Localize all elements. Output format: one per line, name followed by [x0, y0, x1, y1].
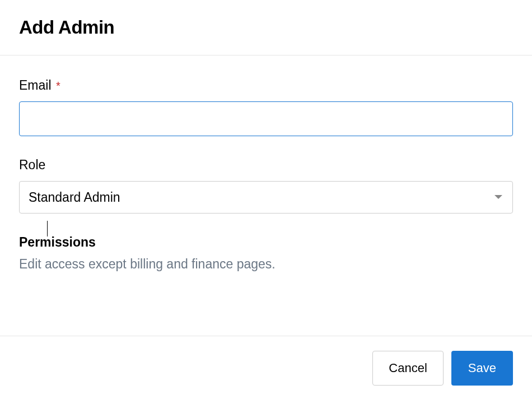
email-group: Email *: [19, 78, 513, 136]
email-field[interactable]: [19, 101, 513, 136]
role-group: Role Standard Admin: [19, 157, 513, 214]
permissions-group: Permissions Edit access except billing a…: [19, 235, 513, 272]
required-asterisk: *: [56, 80, 60, 92]
permissions-description: Edit access except billing and finance p…: [19, 257, 513, 272]
cancel-button[interactable]: Cancel: [372, 351, 443, 386]
email-label-text: Email: [19, 78, 52, 92]
role-selected-value: Standard Admin: [29, 190, 120, 205]
form-body: Email * Role Standard Admin Permissions …: [0, 55, 532, 304]
dialog-footer: Cancel Save: [0, 336, 532, 399]
permissions-heading: Permissions: [19, 235, 513, 250]
role-label: Role: [19, 157, 513, 173]
email-label: Email *: [19, 78, 513, 93]
save-button[interactable]: Save: [451, 351, 513, 386]
text-cursor: [47, 221, 48, 236]
page-title: Add Admin: [19, 17, 513, 38]
dialog-header: Add Admin: [0, 0, 532, 55]
role-select[interactable]: Standard Admin: [19, 181, 513, 214]
role-select-wrapper: Standard Admin: [19, 181, 513, 214]
